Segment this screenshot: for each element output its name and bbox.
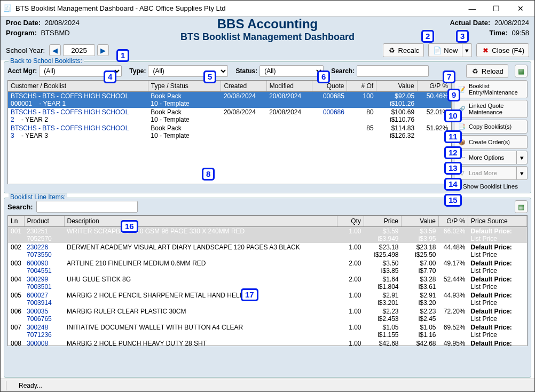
school-year-input[interactable] [63, 44, 95, 56]
year-prev-button[interactable]: ◀ [49, 44, 61, 56]
time-label: Time: [489, 29, 507, 37]
line-row[interactable]: 0073002487071236INITIATIVE DOCUMENT WALL… [8, 323, 527, 339]
close-icon: ✖ [481, 46, 490, 54]
new-button[interactable]: 📄New [428, 43, 462, 57]
app-icon: 🧾 [3, 4, 12, 13]
new-icon: 📄 [433, 46, 442, 54]
program-label: Program: [6, 29, 37, 37]
col-created[interactable]: Created [221, 81, 266, 92]
line-row[interactable]: 0012302517052570WRITER SCRAPBOOK 70 GSM … [8, 227, 527, 244]
export-excel-lines-button[interactable]: ▦ [515, 200, 528, 213]
program-value: BTSBMD [41, 29, 69, 37]
marker-13: 13 [444, 162, 462, 175]
more-options-button[interactable]: ⋯More Options [454, 151, 517, 164]
actual-date-label: Actual Date: [450, 19, 490, 27]
marker-4: 4 [104, 70, 116, 83]
export-excel-booklists-button[interactable]: ▦ [515, 65, 528, 77]
create-orders-button[interactable]: 📦Create Order(s) [454, 135, 528, 149]
close-window-button[interactable]: ✕ [508, 1, 532, 16]
acct-mgr-label: Acct Mgr: [7, 67, 37, 75]
lineitems-panel: Booklist Line Items: Search: ▦ Ln Produc… [4, 198, 531, 378]
header: Proc Date: 20/08/2024 Actual Date: 20/08… [1, 17, 534, 41]
excel-icon: ▦ [518, 67, 524, 75]
marker-7: 7 [443, 70, 455, 83]
col-value[interactable]: Value [376, 81, 418, 92]
line-row[interactable]: 0022302267073550DERWENT ACADEMY VISUAL A… [8, 243, 527, 259]
col-nof[interactable]: # Of [347, 81, 376, 92]
recalc-button[interactable]: ♻Recalc [383, 43, 424, 57]
copy-booklists-button[interactable]: 📑Copy Booklist(s) [454, 120, 528, 134]
type-label: Type: [129, 67, 146, 75]
booklists-grid[interactable]: Customer / Booklist Type / Status Create… [7, 80, 452, 184]
maximize-button[interactable]: ☐ [484, 1, 508, 16]
load-more-split[interactable]: ▾ [517, 166, 528, 180]
booklist-entry-button[interactable]: 📝Booklist Entry/Maintenance [454, 80, 528, 98]
more-options-split[interactable]: ▾ [517, 151, 528, 164]
booklist-row[interactable]: BTSCHS - BTS - COFFS HIGH SCHOOL3 - YEAR… [8, 124, 451, 140]
marker-2: 2 [421, 30, 434, 43]
marker-6: 6 [317, 70, 330, 83]
lines-search-label: Search: [7, 203, 33, 211]
show-lines-label: Show Booklist Lines [463, 183, 518, 190]
line-row[interactable]: 0056000277003914MARBIG 2 HOLE PENCIL SHA… [8, 291, 527, 307]
booklists-sidebar: 📝Booklist Entry/Maintenance 🔗Linked Quot… [452, 80, 528, 191]
lines-search-input[interactable] [36, 201, 138, 213]
status-label: Status: [235, 67, 257, 75]
lcol-ps[interactable]: Price Source [468, 216, 527, 227]
marker-11: 11 [444, 130, 462, 143]
booklist-row[interactable]: BTSCHS - BTS - COFFS HIGH SCHOOL2 - YEAR… [8, 108, 451, 124]
reload-button[interactable]: ♻Reload [466, 64, 508, 78]
linked-quote-button[interactable]: 🔗Linked Quote Maintenance [454, 100, 528, 118]
marker-17: 17 [241, 288, 258, 301]
lcol-price[interactable]: Price [364, 216, 402, 227]
marker-9: 9 [447, 89, 460, 101]
marker-15: 15 [444, 194, 462, 207]
lcol-value[interactable]: Value [402, 216, 439, 227]
lcol-qty[interactable]: Qty [337, 216, 364, 227]
year-next-button[interactable]: ▶ [97, 44, 109, 56]
col-modified[interactable]: Modified [266, 81, 312, 92]
lcol-desc[interactable]: Description [64, 216, 337, 227]
marker-3: 3 [456, 30, 469, 43]
minimize-button[interactable]: — [460, 1, 484, 16]
time-value: 09:58 [512, 29, 529, 37]
marker-1: 1 [116, 49, 129, 62]
recycle-icon: ♻ [388, 46, 396, 54]
marker-14: 14 [444, 178, 462, 191]
proc-date-value: 20/08/2024 [45, 19, 80, 27]
marker-12: 12 [444, 146, 462, 159]
load-more-button[interactable]: ▽Load More [454, 166, 517, 180]
copy-icon: 📑 [457, 123, 467, 130]
lines-grid[interactable]: Ln Product Description Qty Price Value G… [7, 215, 528, 346]
titlebar: 🧾 BTS Booklist Management Dashboard - AB… [1, 1, 534, 17]
window-title: BTS Booklist Management Dashboard - ABC … [15, 4, 460, 12]
reload-icon: ♻ [471, 67, 479, 75]
line-row[interactable]: 0043002997003501UHU GLUE STICK 8G2.00$1.… [8, 275, 527, 291]
status-select[interactable]: (All) [259, 65, 324, 77]
proc-date-label: Proc Date: [6, 19, 41, 27]
marker-8: 8 [202, 168, 215, 181]
lineitems-legend: Booklist Line Items: [9, 193, 67, 201]
search-label: Search: [331, 67, 355, 75]
col-customer[interactable]: Customer / Booklist [8, 81, 148, 92]
new-split-button[interactable]: ▾ [462, 43, 472, 57]
booklist-row[interactable]: BTSCHS - BTS - COFFS HIGH SCHOOL000001 -… [8, 92, 451, 108]
marker-10: 10 [444, 109, 462, 122]
line-row[interactable]: 008300008MARBIG 2 HOLE PUNCH HEAVY DUTY … [8, 339, 527, 346]
marker-5: 5 [203, 70, 216, 83]
line-row[interactable]: 0036000907004551ARTLINE 210 FINELINER ME… [8, 259, 527, 275]
search-input[interactable] [357, 65, 429, 77]
school-year-label: School Year: [6, 46, 45, 54]
excel-icon: ▦ [518, 203, 524, 211]
lcol-gp[interactable]: G/P % [439, 216, 468, 227]
marker-16: 16 [121, 220, 138, 233]
lcol-ln[interactable]: Ln [8, 216, 24, 227]
actual-date-value: 20/08/2024 [494, 19, 529, 27]
status-text: Ready... [19, 382, 42, 389]
booklists-legend: Back to School Booklists: [9, 57, 84, 65]
line-row[interactable]: 0063000357006765MARBIG RULER CLEAR PLAST… [8, 307, 527, 323]
lcol-product[interactable]: Product [24, 216, 64, 227]
statusbar: Ready... [1, 379, 534, 391]
close-button[interactable]: ✖Close (F4) [476, 43, 529, 57]
